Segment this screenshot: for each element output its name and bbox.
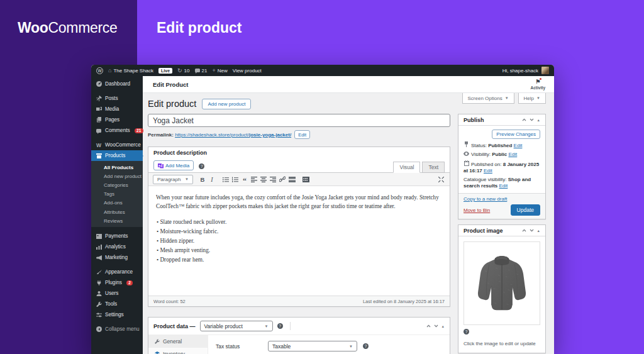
insert-link-button[interactable] [278, 175, 287, 184]
description-metabox-header[interactable]: Product description [148, 147, 450, 158]
fullscreen-button[interactable] [436, 175, 445, 184]
edit-visibility-link[interactable]: Edit [508, 152, 517, 157]
move-up-icon[interactable] [522, 229, 526, 232]
move-down-icon[interactable] [530, 118, 534, 121]
sidebar-item-media[interactable]: Media [91, 104, 143, 114]
submenu-reviews[interactable]: Reviews [91, 216, 143, 225]
sidebar-item-plugins[interactable]: Plugins2 [91, 277, 143, 288]
copy-to-draft-link[interactable]: Copy to a new draft [464, 196, 507, 202]
visual-tab[interactable]: Visual [393, 162, 420, 173]
toggle-panel-icon[interactable]: ▲ [441, 324, 445, 328]
add-media-button[interactable]: Add Media [153, 160, 194, 170]
help-icon[interactable]: ? [199, 163, 204, 169]
tab-general[interactable]: General [148, 335, 208, 348]
sidebar-item-settings[interactable]: Settings [91, 309, 143, 320]
sidebar-item-posts[interactable]: Posts [91, 93, 143, 104]
edit-permalink-button[interactable]: Edit [294, 130, 310, 139]
toggle-panel-icon[interactable]: ▲ [537, 229, 540, 233]
paragraph-format-select[interactable]: Paragraph▼ [153, 175, 193, 184]
submenu-label: Add new product [104, 174, 142, 179]
activity-label: Activity [531, 86, 545, 91]
home-icon: ⌂ [108, 67, 111, 74]
edit-status-link[interactable]: Edit [514, 143, 523, 148]
submenu-tags[interactable]: Tags [91, 190, 143, 199]
comments-count-badge: 21 [135, 128, 143, 133]
paragraph-label: Paragraph [157, 177, 180, 182]
submenu-all-products[interactable]: All Products [91, 163, 143, 172]
wordpress-logo-icon[interactable]: W [96, 67, 103, 74]
italic-button[interactable]: I [208, 175, 216, 184]
bullet-item: Mesh armpit venting. [156, 246, 442, 255]
product-type-select[interactable]: Variable product▼ [200, 321, 273, 331]
user-avatar[interactable] [541, 67, 549, 74]
toggle-panel-icon[interactable]: ▲ [537, 118, 540, 122]
submenu-categories[interactable]: Categories [91, 180, 143, 189]
move-up-icon[interactable] [522, 118, 526, 121]
activity-flag-icon: ⚑ [535, 79, 540, 86]
users-icon [96, 291, 102, 296]
user-greeting[interactable]: Hi, shape-shack [502, 68, 538, 74]
move-to-bin-link[interactable]: Move to Bin [464, 207, 490, 213]
move-down-icon[interactable] [530, 229, 534, 232]
comments-menu[interactable]: 21 [195, 68, 208, 74]
collapse-menu[interactable]: Collapse menu [91, 324, 143, 335]
published-label: Published on: [471, 162, 501, 167]
move-up-icon[interactable] [426, 324, 431, 328]
help-label: Help [524, 96, 534, 101]
help-icon[interactable]: ? [363, 343, 369, 349]
permalink-url[interactable]: https://shadeshack.store/product/josie-y… [175, 132, 291, 138]
help-icon[interactable]: ? [464, 329, 469, 335]
edit-catalogue-link[interactable]: Edit [499, 183, 508, 189]
activity-panel-toggle[interactable]: ⚑Activity [531, 79, 545, 91]
editor-content[interactable]: When your near future includes yoga, the… [148, 186, 450, 296]
updates-menu[interactable]: ↻10 [177, 67, 189, 74]
sidebar-item-analytics[interactable]: Analytics [91, 241, 143, 252]
move-down-icon[interactable] [434, 324, 438, 328]
tools-icon [96, 302, 102, 307]
view-product-link[interactable]: View product [233, 68, 262, 74]
tax-status-select[interactable]: Taxable▼ [268, 341, 357, 351]
sidebar-item-products[interactable]: Products [91, 150, 143, 161]
product-title-input[interactable]: Yoga Jacket [148, 114, 450, 127]
bullet-list-button[interactable] [221, 175, 230, 184]
sidebar-item-comments[interactable]: Comments21 [91, 125, 143, 136]
sidebar-item-woocommerce[interactable]: WWooCommerce [91, 140, 143, 150]
sidebar-item-tools[interactable]: Tools [91, 299, 143, 309]
products-icon [96, 153, 102, 158]
screen-options-button[interactable]: Screen Options▼ [462, 93, 514, 104]
sidebar-item-dashboard[interactable]: Dashboard [91, 79, 143, 89]
submenu-add-new-product[interactable]: Add new product [91, 172, 143, 180]
preview-changes-button[interactable]: Preview Changes [492, 130, 540, 139]
edit-published-link[interactable]: Edit [484, 168, 492, 174]
sidebar-item-users[interactable]: Users [91, 288, 143, 299]
sidebar-item-marketing[interactable]: Marketing [91, 252, 143, 263]
product-image-header[interactable]: Product image ▲ [458, 225, 545, 236]
publish-header[interactable]: Publish ▲ [458, 114, 545, 126]
blockquote-button[interactable]: “ [240, 175, 249, 184]
sidebar-item-appearance[interactable]: Appearance [91, 267, 143, 277]
add-new-product-button[interactable]: Add new product [202, 99, 251, 109]
align-left-button[interactable] [250, 175, 258, 184]
align-right-button[interactable] [269, 175, 277, 184]
new-menu[interactable]: +New [212, 67, 227, 74]
sidebar-item-payments[interactable]: Payments [91, 231, 143, 241]
screen-options-label: Screen Options [468, 96, 502, 101]
submenu-add-ons[interactable]: Add-ons [91, 199, 143, 207]
sidebar-item-pages[interactable]: Pages [91, 114, 143, 125]
read-more-button[interactable] [287, 175, 296, 184]
numbered-list-button[interactable] [231, 175, 240, 184]
help-button[interactable]: Help▼ [518, 93, 546, 104]
product-image[interactable] [464, 241, 540, 325]
help-icon[interactable]: ? [277, 323, 283, 329]
bold-button[interactable]: B [198, 175, 207, 184]
tab-inventory[interactable]: Inventory [148, 348, 208, 354]
dashboard-icon [96, 81, 102, 87]
align-center-button[interactable] [259, 175, 268, 184]
text-tab[interactable]: Text [422, 162, 445, 173]
site-name-menu[interactable]: ⌂The Shape Shack [108, 67, 153, 74]
toolbar-toggle-button[interactable] [301, 175, 310, 184]
submenu-attributes[interactable]: Attributes [91, 207, 143, 216]
update-button[interactable]: Update [511, 204, 540, 216]
product-data-title: Product data — [153, 323, 196, 329]
woocommerce-icon: W [96, 142, 102, 148]
